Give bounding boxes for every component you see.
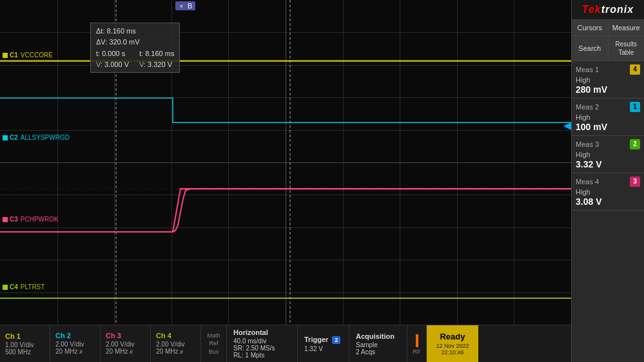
waveform-svg xyxy=(0,0,571,325)
meas2-type: High xyxy=(576,113,640,121)
ch1-bw: 500 MHz xyxy=(5,348,44,356)
acquisition-mode: Sample xyxy=(356,341,400,348)
ch2-waveform-label: C2 ALLSYSPWRGD xyxy=(3,134,70,141)
ready-label: Ready xyxy=(440,332,465,341)
ch3-bw: 20 MHz 𝑅 xyxy=(106,348,145,356)
meas4-value: 3.08 V xyxy=(576,196,640,207)
meas3-title: Meas 3 xyxy=(576,140,599,148)
meas3-badge: 2 xyxy=(630,139,640,149)
sample-rate: SR: 2.50 MS/s xyxy=(233,345,291,352)
ch1-number: Ch 1 xyxy=(5,332,44,340)
record-length: RL: 1 Mpts xyxy=(233,352,291,359)
meas2-box: Meas 2 1 High 100 mV xyxy=(572,99,644,136)
meas4-box: Meas 4 3 High 3.08 V xyxy=(572,173,644,211)
status-bar: Ch 1 1.00 V/div 500 MHz Ch 2 2.00 V/div … xyxy=(0,325,571,362)
ch1-info: Ch 1 1.00 V/div 500 MHz xyxy=(0,325,50,362)
meas1-box: Meas 1 4 High 280 mV xyxy=(572,61,644,99)
horizontal-info: Horizontal 40.0 ms/div SR: 2.50 MS/s RL:… xyxy=(227,325,298,362)
ch3-info: Ch 3 2.00 V/div 20 MHz 𝑅 xyxy=(101,325,151,362)
acquisition-title: Acquisition xyxy=(356,332,400,340)
meas1-value: 280 mV xyxy=(576,84,640,95)
mid-buttons: Search ResultsTable xyxy=(572,36,644,61)
cursor-v1: V: 3.000 V xyxy=(96,59,129,70)
cursors-button[interactable]: Cursors xyxy=(572,20,609,35)
rf-info: RF xyxy=(407,325,427,362)
acquisition-info: Acquisition Sample 2 Acqs xyxy=(349,325,407,362)
trigger-value: 1.32 V xyxy=(304,345,342,352)
ch4-number: Ch 4 xyxy=(156,332,195,339)
cursor-t1-label: t: 0.000 s xyxy=(96,48,129,59)
cursor-v2: V: 3.320 V xyxy=(139,59,174,70)
cursor-arrow-marker: ◀ xyxy=(563,119,571,131)
trigger-badge: 2 xyxy=(332,336,340,344)
meas3-box: Meas 3 2 High 3.32 V xyxy=(572,136,644,173)
ch4-signal-label: PLTRST xyxy=(21,283,45,291)
meas2-title: Meas 2 xyxy=(576,103,599,111)
ch2-info: Ch 2 2.00 V/div 20 MHz 𝑅 xyxy=(50,325,101,362)
ch1-signal-label: VCCCORE xyxy=(21,52,53,59)
meas4-badge: 3 xyxy=(630,176,640,187)
rf-label: RF xyxy=(413,348,421,355)
trigger-label: Trigger xyxy=(304,336,328,343)
meas1-badge: 4 xyxy=(630,64,640,75)
right-panel: Tektronix Cursors Measure Search Results… xyxy=(571,0,644,362)
meas4-type: High xyxy=(576,188,640,196)
ch3-signal-label: PCHPWROK xyxy=(21,216,59,223)
delta-v: ΔV: 320.0 mV xyxy=(96,37,174,48)
meas1-type: High xyxy=(576,76,640,84)
rf-bar xyxy=(416,334,418,347)
tektronix-logo: Tektronix xyxy=(572,0,644,20)
top-buttons: Cursors Measure xyxy=(572,20,644,36)
search-button[interactable]: Search xyxy=(572,36,609,61)
ch3-number: Ch 3 xyxy=(106,332,145,339)
grid-area: ▼ B Δt: 8.160 ms ΔV: 320.0 mV t: 0.000 s… xyxy=(0,0,571,325)
ch4-info: Ch 4 2.00 V/div 20 MHz 𝑅 xyxy=(151,325,201,362)
delta-t: Δt: 8.160 ms xyxy=(96,26,174,37)
time-div: 40.0 ms/div xyxy=(233,338,291,345)
meas2-value: 100 mV xyxy=(576,122,640,132)
results-table-button[interactable]: ResultsTable xyxy=(609,36,645,61)
trigger-b-label: B xyxy=(188,2,192,10)
meas2-badge: 1 xyxy=(630,102,640,112)
acquisition-acqs: 2 Acqs xyxy=(356,348,400,356)
right-panel-spacer xyxy=(572,211,644,362)
ch2-bw: 20 MHz 𝑅 xyxy=(55,348,95,356)
datetime: 12 Nov 202222:10:46 xyxy=(436,343,469,356)
ch4-bw: 20 MHz 𝑅 xyxy=(156,348,195,356)
ch1-waveform-label: C1 VCCCORE xyxy=(3,52,53,59)
ch3-waveform-label: C3 PCHPWROK xyxy=(3,216,59,223)
math-ref-bus[interactable]: Math Ref Bus xyxy=(201,325,227,362)
meas3-value: 3.32 V xyxy=(576,159,640,169)
meas4-title: Meas 4 xyxy=(576,178,599,186)
ch1-volt-div: 1.00 V/div xyxy=(5,341,44,348)
trigger-info: Trigger 2 1.32 V xyxy=(298,325,349,362)
trigger-title: Trigger 2 xyxy=(304,336,342,344)
meas3-type: High xyxy=(576,151,640,158)
ch4-volt-div: 2.00 V/div xyxy=(156,341,195,348)
cursor-info-box: Δt: 8.160 ms ΔV: 320.0 mV t: 0.000 s V: … xyxy=(90,23,180,73)
cursor-t2-label: t: 8.160 ms xyxy=(139,48,174,59)
ready-button[interactable]: Ready 12 Nov 202222:10:46 xyxy=(427,325,478,362)
measure-button[interactable]: Measure xyxy=(609,20,645,35)
ch2-volt-div: 2.00 V/div xyxy=(55,341,95,348)
meas1-title: Meas 1 xyxy=(576,66,599,73)
ch3-volt-div: 2.00 V/div xyxy=(106,341,145,348)
trigger-b-marker: ▼ B xyxy=(175,1,195,10)
ch4-waveform-label: C4 PLTRST xyxy=(3,283,44,291)
ch2-number: Ch 2 xyxy=(55,332,95,339)
scope-area: ▼ B Δt: 8.160 ms ΔV: 320.0 mV t: 0.000 s… xyxy=(0,0,571,362)
horizontal-title: Horizontal xyxy=(233,329,291,336)
ch2-signal-label: ALLSYSPWRGD xyxy=(21,134,70,141)
